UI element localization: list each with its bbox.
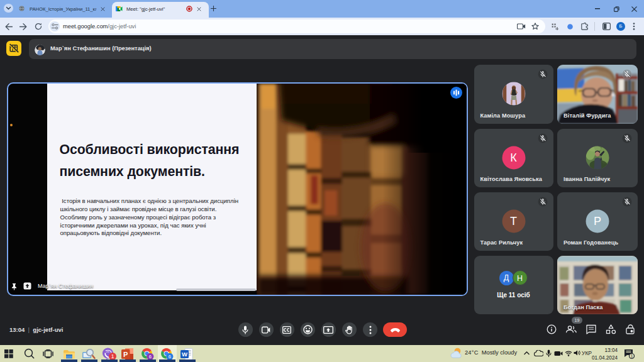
svg-text:1: 1 — [111, 353, 114, 359]
svg-text:W: W — [182, 351, 187, 358]
svg-text:P: P — [123, 351, 128, 358]
svg-text:1: 1 — [631, 354, 633, 358]
